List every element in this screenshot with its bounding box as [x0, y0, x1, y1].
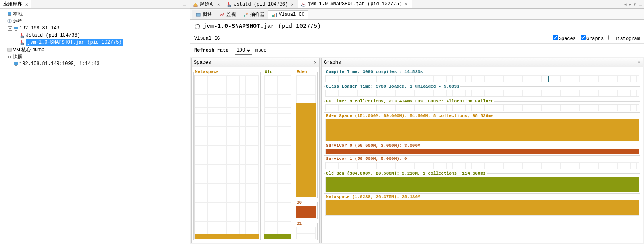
graph-legend: GC Time: 9 collections, 213.434ms Last C…: [325, 99, 494, 104]
visualgc-icon: [272, 12, 277, 17]
nav-right-icon[interactable]: ▸: [629, 2, 631, 7]
graph-classloader: Class Loader Time: 5708 loaded, 1 unload…: [324, 84, 640, 98]
histogram-checkbox[interactable]: [608, 35, 613, 40]
page-title: jvm-1.0-SNAPSHOT.jar (pid 102775): [203, 23, 321, 30]
tree-label: VM 核心 dump: [13, 46, 44, 53]
spaces-pane: Spaces × Metaspace Old: [191, 58, 320, 243]
editor-window-controls: ◂ ▸ ▾ ▭: [624, 0, 644, 8]
tab-jvm-active[interactable]: jvm-1.0-SNAPSHOT.jar (pid 102775) ×: [298, 0, 412, 8]
young-gen-column: Eden S0 S1: [295, 69, 318, 240]
tree-label: 192.168.81.149: [19, 25, 59, 32]
nav-left-icon[interactable]: ◂: [624, 2, 627, 7]
graph-canvas: [325, 104, 639, 111]
tab-label: jvm-1.0-SNAPSHOT.jar (pid 102775): [308, 1, 402, 7]
tree-vm-core-dump[interactable]: VM 核心 dump: [0, 46, 190, 53]
pane-title-label: Spaces: [194, 60, 211, 65]
graph-oldgen: Old Gen (304.000M, 20.500M): 9.210M, 1 c…: [324, 171, 640, 194]
subtab-label: 监视: [226, 11, 236, 18]
applications-tab-label: 应用程序: [3, 1, 22, 8]
snapshot-icon: [7, 54, 12, 60]
check-spaces[interactable]: Spaces: [553, 35, 576, 42]
collapse-icon[interactable]: −: [2, 55, 6, 59]
maximize-icon[interactable]: ▭: [638, 2, 642, 7]
svg-point-9: [9, 56, 10, 58]
bar-fill: [296, 103, 316, 196]
collapse-icon[interactable]: −: [8, 26, 12, 31]
graph-legend: Eden Space (151.000M, 89.000M): 84.606M,…: [325, 113, 494, 118]
graph-canvas: [325, 200, 639, 216]
left-tab-row: 应用程序 × — ▭: [0, 0, 190, 9]
tab-label: Jstatd (pid 104736): [234, 2, 288, 7]
graph-canvas: [325, 177, 639, 192]
collapse-icon[interactable]: −: [2, 19, 6, 23]
space-legend: S0: [296, 200, 303, 205]
refresh-rate-select[interactable]: 100: [235, 46, 252, 55]
applications-tab[interactable]: 应用程序 ×: [0, 0, 31, 8]
check-histogram[interactable]: Histogram: [608, 35, 640, 42]
graph-fill: [326, 119, 639, 141]
graphs-checkbox[interactable]: [581, 35, 586, 40]
tree-label: 本地: [13, 10, 23, 17]
tree-jvm-selected[interactable]: jvm-1.0-SNAPSHOT.jar (pid 102775): [0, 39, 190, 46]
spaces-checkbox[interactable]: [553, 35, 558, 40]
host-icon: [13, 25, 19, 31]
space-old: Old: [263, 69, 292, 240]
tree-label: jvm-1.0-SNAPSHOT.jar (pid 102775): [26, 39, 123, 46]
tree-jstatd[interactable]: Jstatd (pid 104736): [0, 32, 190, 39]
file-tab-row: 起始页 × Jstatd (pid 104736) × jvm-1.0-SNAP…: [190, 0, 644, 9]
restore-icon[interactable]: ▭: [182, 2, 186, 7]
close-icon[interactable]: ×: [24, 2, 29, 7]
graph-canvas: [325, 90, 639, 97]
svg-point-5: [20, 36, 24, 38]
heading-row: jvm-1.0-SNAPSHOT.jar (pid 102775): [190, 20, 644, 33]
close-icon[interactable]: ×: [216, 2, 221, 7]
graph-s1: Survivor 1 (50.500M, 5.000M): 0: [324, 156, 640, 170]
subtab-label: Visual GC: [279, 12, 305, 17]
sampler-icon: [243, 12, 249, 17]
tree-label: Jstatd (pid 104736): [26, 32, 80, 39]
graph-legend: Survivor 1 (50.500M, 5.000M): 0: [325, 156, 408, 161]
dropdown-icon[interactable]: ▾: [634, 2, 636, 7]
space-metaspace: Metaspace: [193, 69, 261, 240]
tree-label: 快照: [13, 53, 23, 60]
tree-snapshot[interactable]: − 快照: [0, 53, 190, 60]
svg-rect-17: [272, 15, 274, 17]
space-legend: Old: [264, 69, 274, 74]
graph-fill: [326, 149, 639, 154]
left-panel: 应用程序 × — ▭ + 本地 − 远程 − 192.168.81.149 Js…: [0, 0, 190, 244]
subtab-visualgc[interactable]: Visual GC: [268, 10, 308, 19]
tab-jstatd[interactable]: Jstatd (pid 104736) ×: [224, 0, 298, 8]
space-legend: Metaspace: [194, 69, 219, 74]
close-icon[interactable]: ×: [289, 2, 295, 7]
tree-remote[interactable]: − 远程: [0, 17, 190, 25]
subtab-overview[interactable]: 概述: [192, 10, 216, 19]
options-row: Visual GC Spaces Graphs Histogram: [190, 33, 644, 44]
expand-icon[interactable]: +: [8, 62, 12, 66]
java-icon: [19, 33, 25, 38]
tree-snapshot-item[interactable]: + 192.168.81.149:1099, 1:14:43: [0, 60, 190, 67]
svg-rect-14: [196, 13, 200, 16]
visual-gc-label: Visual GC: [194, 36, 220, 41]
svg-point-6: [20, 43, 24, 45]
tab-start[interactable]: 起始页 ×: [190, 0, 224, 8]
applications-tree: + 本地 − 远程 − 192.168.81.149 Jstatd (pid 1…: [0, 9, 190, 244]
tree-label: 远程: [13, 17, 23, 25]
subtab-monitor[interactable]: 监视: [216, 10, 240, 19]
check-graphs[interactable]: Graphs: [581, 35, 604, 42]
space-legend: Eden: [296, 69, 308, 74]
expand-icon[interactable]: +: [2, 12, 6, 16]
bar-fill: [264, 234, 291, 239]
close-icon[interactable]: ×: [403, 2, 409, 6]
subtab-sampler[interactable]: 抽样器: [240, 10, 268, 19]
minimize-icon[interactable]: —: [176, 2, 180, 7]
graph-fill: [326, 177, 639, 192]
spinner-icon: [194, 23, 201, 30]
refresh-row: Refresh rate: 100 msec.: [190, 44, 644, 57]
close-icon[interactable]: ×: [638, 60, 640, 65]
graph-canvas: [325, 149, 639, 154]
sub-tab-row: 概述 监视 抽样器 Visual GC: [190, 9, 644, 20]
close-icon[interactable]: ×: [314, 60, 317, 65]
tree-local[interactable]: + 本地: [0, 10, 190, 17]
tree-remote-host[interactable]: − 192.168.81.149: [0, 25, 190, 32]
tab-label: 起始页: [200, 1, 214, 8]
